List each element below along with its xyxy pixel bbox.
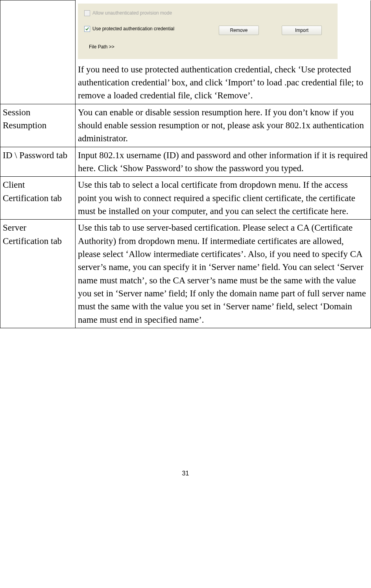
checkbox-allow-unauth: Allow unauthenticated provision mode: [84, 10, 172, 17]
row2-desc: Input 802.1x username (ID) and password …: [76, 147, 371, 177]
row3-label: Client Certification tab: [0, 177, 76, 220]
checkbox-icon[interactable]: [84, 26, 90, 32]
row4-desc: Use this tab to use server-based certifi…: [76, 220, 371, 328]
row4-label: Server Certification tab: [0, 220, 76, 328]
row0-desc: If you need to use protected authenticat…: [78, 63, 368, 102]
import-button[interactable]: Import: [282, 26, 322, 35]
screenshot-panel: Allow unauthenticated provision mode Use…: [78, 4, 338, 59]
row3-desc: Use this tab to select a local certifica…: [76, 177, 371, 220]
checkbox1-label: Allow unauthenticated provision mode: [92, 10, 172, 17]
row1-label: Session Resumption: [0, 104, 76, 147]
row0-content: Allow unauthenticated provision mode Use…: [76, 0, 371, 104]
row1-desc: You can enable or disable session resump…: [76, 104, 371, 147]
row0-label: [0, 0, 76, 104]
remove-button[interactable]: Remove: [219, 26, 259, 35]
checkbox-use-protected: Use protected authentication credential: [84, 26, 174, 32]
checkbox-icon[interactable]: [84, 10, 90, 16]
checkbox2-label: Use protected authentication credential: [92, 26, 174, 32]
file-path-label: File Path >>: [89, 44, 114, 50]
row2-label: ID \ Password tab: [0, 147, 76, 177]
page-number: 31: [0, 470, 371, 489]
